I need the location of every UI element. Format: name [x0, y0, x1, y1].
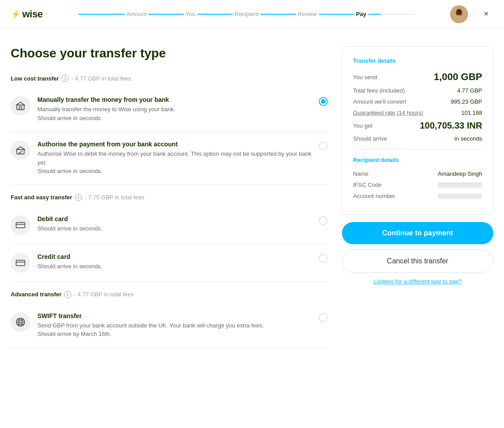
- avatar[interactable]: [450, 5, 468, 23]
- authorise-bank-icon: [11, 141, 30, 160]
- debit-card-title: Debit card: [37, 215, 312, 222]
- option-credit-card[interactable]: Credit card Should arrive in seconds.: [11, 244, 328, 282]
- nav-steps: Amount You Recipient Review Pay: [125, 11, 368, 17]
- header-right: ×: [450, 5, 493, 23]
- bank-transfer-icon: [11, 96, 30, 116]
- option-authorise-bank[interactable]: Authorise the payment from your bank acc…: [11, 132, 328, 185]
- radio-inner: [321, 99, 325, 104]
- credit-card-title: Credit card: [37, 253, 312, 260]
- svg-rect-6: [17, 149, 24, 154]
- ifsc-label: IFSC Code: [353, 182, 382, 188]
- swift-content: SWIFT transfer Send GBP from your bank a…: [37, 312, 312, 339]
- option-debit-card[interactable]: Debit card Should arrive in seconds.: [11, 206, 328, 244]
- credit-card-radio[interactable]: [319, 254, 328, 263]
- debit-card-desc: Should arrive in seconds.: [37, 224, 312, 233]
- svg-rect-5: [19, 107, 22, 109]
- bank-transfer-title: Manually transfer the money from your ba…: [37, 96, 312, 103]
- bank-transfer-content: Manually transfer the money from your ba…: [37, 96, 312, 122]
- amount-convert-row: Amount we'll convert 995.23 GBP: [353, 98, 482, 105]
- credit-card-desc: Should arrive in seconds.: [37, 262, 312, 271]
- option-bank-transfer[interactable]: Manually transfer the money from your ba…: [11, 87, 328, 132]
- you-get-label: You get: [353, 122, 373, 129]
- fast-easy-info-icon[interactable]: i: [75, 194, 82, 201]
- you-send-row: You send 1,000 GBP: [353, 71, 482, 83]
- account-number-label: Account number: [353, 193, 395, 199]
- section-advanced: Advanced transfer i - 4.77 GBP in total …: [11, 291, 328, 298]
- total-fees-value: 4.77 GBP: [457, 87, 482, 94]
- recipient-name-value: Amandeep Singh: [438, 170, 482, 177]
- transfer-details-card: Transfer details You send 1,000 GBP Tota…: [342, 46, 493, 215]
- you-send-value: 1,000 GBP: [434, 71, 482, 83]
- nav-step-recipient[interactable]: Recipient: [233, 11, 260, 17]
- bank-transfer-desc: Manually transfer the money to Wise usin…: [37, 105, 312, 122]
- low-cost-fee: - 4.77 GBP in total fees: [71, 75, 131, 82]
- header-divider: [473, 9, 474, 20]
- nav-step-amount[interactable]: Amount: [125, 11, 148, 17]
- svg-rect-10: [16, 260, 25, 265]
- left-panel: Choose your transfer type Low cost trans…: [11, 46, 328, 348]
- ifsc-row: IFSC Code: [353, 182, 482, 188]
- option-swift[interactable]: SWIFT transfer Send GBP from your bank a…: [11, 303, 328, 348]
- debit-card-icon: [11, 215, 30, 235]
- swift-desc: Send GBP from your bank account outside …: [37, 321, 312, 339]
- swift-title: SWIFT transfer: [37, 312, 312, 319]
- advanced-fee: - 4.77 GBP in total fees: [74, 291, 134, 298]
- authorise-bank-radio[interactable]: [319, 141, 328, 150]
- close-button[interactable]: ×: [479, 7, 493, 21]
- authorise-bank-desc: Authorise Wise to debit the money from y…: [37, 149, 312, 176]
- should-arrive-value: in seconds: [455, 135, 482, 142]
- main-content: Choose your transfer type Low cost trans…: [0, 28, 504, 366]
- svg-rect-4: [17, 105, 24, 109]
- right-panel: Transfer details You send 1,000 GBP Tota…: [342, 46, 493, 348]
- bank-transfer-radio[interactable]: [319, 97, 328, 106]
- svg-rect-12: [17, 263, 19, 264]
- total-fees-row: Total fees (included) 4.77 GBP: [353, 87, 482, 94]
- logo-lightning-icon: ⚡: [11, 9, 20, 19]
- authorise-bank-content: Authorise the payment from your bank acc…: [37, 141, 312, 176]
- advanced-info-icon[interactable]: i: [64, 291, 71, 298]
- should-arrive-row: Should arrive in seconds: [353, 135, 482, 142]
- avatar-image: [450, 5, 468, 23]
- account-number-redacted: [438, 194, 482, 199]
- amount-convert-label: Amount we'll convert: [353, 98, 406, 105]
- credit-card-content: Credit card Should arrive in seconds.: [37, 253, 312, 271]
- svg-rect-7: [16, 222, 25, 227]
- should-arrive-label: Should arrive: [353, 135, 387, 142]
- you-get-row: You get 100,705.33 INR: [353, 121, 482, 131]
- debit-card-radio[interactable]: [319, 216, 328, 225]
- cancel-transfer-button[interactable]: Cancel this transfer: [342, 250, 493, 273]
- low-cost-label: Low cost transfer: [11, 75, 59, 82]
- recipient-name-row: Name Amandeep Singh: [353, 170, 482, 177]
- rate-value: 101.188: [461, 109, 482, 116]
- different-way-link[interactable]: Looking for a different way to pay?: [342, 278, 493, 285]
- nav-step-you[interactable]: You: [184, 11, 197, 17]
- fast-easy-label: Fast and easy transfer: [11, 194, 72, 201]
- rate-row: Guaranteed rate (14 hours) 101.188: [353, 109, 482, 116]
- debit-card-content: Debit card Should arrive in seconds.: [37, 215, 312, 233]
- continue-payment-button[interactable]: Continue to payment: [342, 222, 493, 244]
- header: ⚡ wise Amount You Recipient Review Pay ×: [0, 0, 504, 28]
- recipient-details-title: Recipient details: [353, 157, 482, 163]
- you-send-label: You send: [353, 74, 377, 81]
- amount-convert-value: 995.23 GBP: [451, 98, 482, 105]
- rate-label[interactable]: Guaranteed rate (14 hours): [353, 109, 423, 116]
- low-cost-info-icon[interactable]: i: [61, 75, 69, 82]
- account-number-row: Account number: [353, 193, 482, 199]
- swift-radio[interactable]: [319, 313, 328, 322]
- total-fees-label: Total fees (included): [353, 87, 405, 94]
- advanced-label: Advanced transfer: [11, 291, 61, 298]
- nav-step-pay[interactable]: Pay: [354, 11, 368, 17]
- section-low-cost: Low cost transfer i - 4.77 GBP in total …: [11, 75, 328, 82]
- ifsc-redacted: [438, 182, 482, 188]
- swift-icon: [11, 312, 30, 332]
- logo[interactable]: ⚡ wise: [11, 8, 43, 20]
- nav-step-review[interactable]: Review: [296, 11, 319, 17]
- you-get-value: 100,705.33 INR: [420, 121, 482, 131]
- credit-card-icon: [11, 253, 30, 273]
- logo-text: wise: [22, 8, 43, 20]
- progress-nav: Amount You Recipient Review Pay: [43, 11, 450, 17]
- page-title: Choose your transfer type: [11, 46, 328, 61]
- card-separator: [353, 149, 482, 149]
- authorise-bank-title: Authorise the payment from your bank acc…: [37, 141, 312, 148]
- transfer-details-title: Transfer details: [353, 57, 482, 64]
